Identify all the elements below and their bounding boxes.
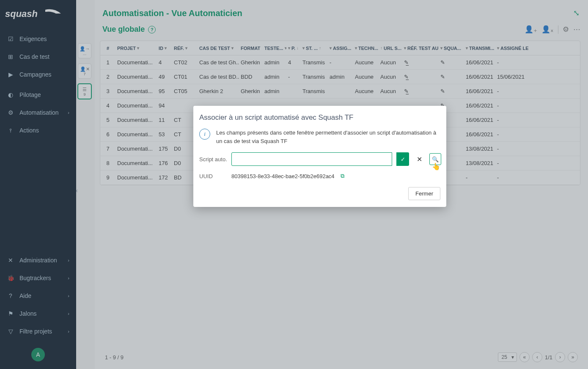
modal-associate-script: Associer à un script automatisé avec Squ… (193, 106, 446, 207)
search-icon: 🔍 (432, 156, 439, 162)
search-button[interactable]: 🔍 (429, 153, 441, 165)
uuid-label: UUID (199, 173, 227, 179)
confirm-button[interactable]: ✓ (396, 152, 409, 166)
close-button[interactable]: Fermer (408, 187, 440, 200)
modal-title: Associer à un script automatisé avec Squ… (193, 106, 446, 127)
cancel-button[interactable]: ✕ (413, 152, 425, 166)
script-input[interactable] (231, 152, 392, 166)
script-label: Script auto. (199, 156, 227, 162)
copy-icon[interactable]: ⧉ (341, 173, 344, 179)
uuid-value: 80398153-8e33-48ec-bae2-5f0b2e692ac4 (231, 173, 335, 179)
info-icon: i (199, 129, 210, 140)
modal-info-text: Les champs présents dans cette fenêtre p… (216, 129, 438, 146)
close-icon: ✕ (417, 155, 422, 163)
check-icon: ✓ (401, 156, 405, 162)
